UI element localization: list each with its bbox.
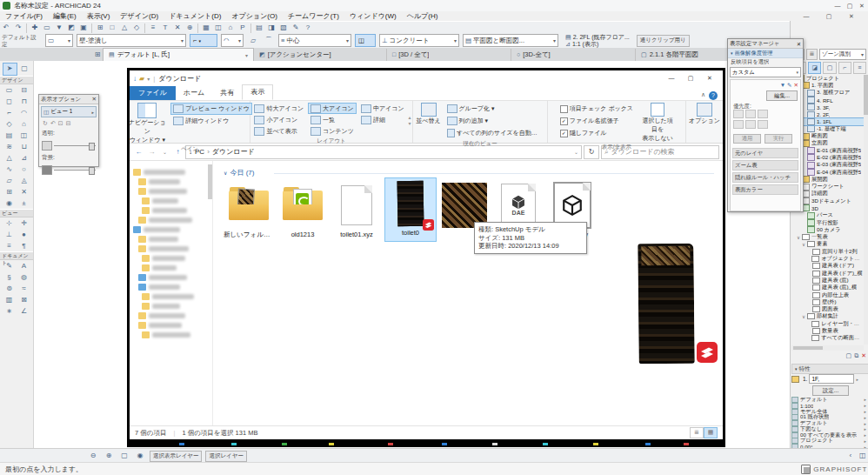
group-header-today[interactable]: ∨ 今日 (7) xyxy=(224,168,254,177)
quick-access-download-icon[interactable]: ↓ xyxy=(133,75,137,83)
properties-header[interactable]: ▾特性 xyxy=(791,364,868,374)
menu-edit[interactable]: 編集(E) xyxy=(48,11,82,21)
fill-icon[interactable]: ● xyxy=(17,229,30,240)
worksheet-icon[interactable]: ≈ xyxy=(17,283,30,294)
palette-lock-icon[interactable]: ⊟ xyxy=(66,120,71,127)
zoom-out-icon[interactable]: ⊖ xyxy=(87,451,99,461)
priority-option-icon[interactable] xyxy=(745,120,756,129)
run-button[interactable]: 実行 xyxy=(765,134,792,144)
hotspot-icon[interactable]: ◉ xyxy=(3,197,16,209)
scale-indicator[interactable]: ⊿1:1 (表示) xyxy=(565,41,630,48)
item-checkboxes-checkbox[interactable]: 項目チェック ボックス xyxy=(558,103,636,115)
group-by-button[interactable]: グループ化 ▾ xyxy=(444,103,545,115)
file-item-new-folder[interactable]: 新しいフォルダー (7) xyxy=(224,180,274,238)
navigation-pane-button[interactable]: ナビゲーションウィンドウ ▾ xyxy=(127,103,167,144)
toolbox-section-document[interactable]: ドキュメント xyxy=(0,251,33,260)
tab-list-icon[interactable]: ⊞ xyxy=(92,50,103,60)
section-tool-icon[interactable]: § xyxy=(3,271,16,283)
arc-method-combo[interactable]: ◠▾ xyxy=(221,34,244,47)
visible-layers-button[interactable]: 選択表示レイヤー xyxy=(150,451,202,462)
delete-icon[interactable]: ✕ xyxy=(171,23,184,33)
menu-teamwork[interactable]: チームワーク(T) xyxy=(283,11,344,21)
explorer-minimize-button[interactable]: — xyxy=(662,72,681,84)
forward-icon[interactable]: → xyxy=(146,148,157,156)
layout-medium-icons[interactable]: 中アイコン xyxy=(358,103,407,114)
large-icons-view-toggle-icon[interactable]: ▦ xyxy=(704,427,718,438)
edit-icon[interactable]: ✎ xyxy=(787,82,791,89)
marquee-icon[interactable]: □ xyxy=(106,23,118,33)
details-pane-button[interactable]: 詳細ウィンドウ xyxy=(170,115,251,127)
tab-3d-all[interactable]: □[3D / 全て] xyxy=(387,49,511,61)
hide-selected-button[interactable]: 選択した項目を表示しない xyxy=(639,103,676,143)
palette-rotate-icon[interactable]: ↶ xyxy=(50,120,56,127)
beam-icon[interactable]: ⌐ xyxy=(3,107,16,118)
navigator-hscrollbar[interactable] xyxy=(791,345,864,351)
toolbox-section-view[interactable]: ビュー xyxy=(0,209,33,217)
copy-item-icon[interactable]: ⧉ xyxy=(854,352,858,362)
tab-share[interactable]: 共有 xyxy=(212,86,242,100)
layout-details[interactable]: 詳細 xyxy=(358,114,407,125)
ribbon-collapse-icon[interactable]: ∧ xyxy=(698,90,709,100)
menu-document[interactable]: ドキュメント(D) xyxy=(164,11,226,21)
render-icon[interactable]: ▧ xyxy=(277,23,290,33)
chain-method-icon[interactable]: ⌒ xyxy=(263,36,275,46)
layout-scroll-icons[interactable]: ▴▾ xyxy=(409,114,411,126)
size-columns-button[interactable]: すべての列のサイズを自動的に変更する xyxy=(444,127,545,139)
tree-item[interactable]: すべての断面定義表 xyxy=(791,335,864,342)
dimension-icon[interactable]: ± xyxy=(17,197,30,209)
arrow-tool-icon[interactable]: ➤ xyxy=(3,63,17,76)
stair-icon[interactable]: ≋ xyxy=(3,141,16,152)
mesh-icon[interactable]: ∿ xyxy=(3,164,16,175)
home-icon[interactable]: ⌂ xyxy=(224,23,237,33)
zone-combo[interactable]: ゾーン識別▾ xyxy=(819,49,866,60)
marquee-tool-icon[interactable]: ▢ xyxy=(18,63,31,74)
new-item-icon[interactable]: ▢ xyxy=(846,352,852,362)
annotate-icon[interactable]: ✎ xyxy=(290,23,302,33)
delete-item-icon[interactable]: ✕ xyxy=(861,352,866,362)
zone-icon[interactable]: ○ xyxy=(17,164,30,175)
explorer-titlebar[interactable]: ↓ ▰ ▾ | ダウンロード — ▢ ✕ xyxy=(130,70,723,86)
nav-scrollbar[interactable] xyxy=(208,164,212,199)
help-icon[interactable]: ? xyxy=(709,91,718,100)
story-name-input[interactable] xyxy=(809,374,854,384)
level-dim-icon[interactable]: ⊹ xyxy=(3,217,16,229)
file-item-toilet01-xyz[interactable]: toilet01.xyz xyxy=(331,180,382,238)
story-indicator[interactable]: ▤2. 2FL (既存フロア... xyxy=(565,34,630,41)
file-list-area[interactable]: ∨ 今日 (7) 新しいフォルダー (7) old1213 xyxy=(213,161,723,425)
palette-view-combo[interactable]: ◫ビュー 1▸ xyxy=(41,106,97,117)
change-icon[interactable]: ⊠ xyxy=(17,294,30,305)
dialog-select-row[interactable]: 反映項目を選択 xyxy=(728,58,803,66)
morph-tool-icon[interactable]: ⊿ xyxy=(17,152,30,164)
object-tool-icon[interactable]: ▣ xyxy=(77,23,90,33)
add-icon[interactable]: ✚ xyxy=(29,23,41,33)
breadcrumb[interactable]: ↓ PC › ダウンロード ⌄ xyxy=(185,145,582,159)
roof-icon[interactable]: △ xyxy=(118,23,130,33)
settings-button[interactable]: 設定... xyxy=(812,385,849,396)
display-combo[interactable]: ▤平面図と断面図...▾ xyxy=(463,34,558,47)
tree-item[interactable]: ∨一覧表 xyxy=(791,234,864,241)
publisher-icon[interactable]: ≡ xyxy=(853,62,866,74)
menu-options[interactable]: オプション(O) xyxy=(226,11,283,21)
slab-tool-icon[interactable]: ◩ xyxy=(65,23,77,33)
options-button[interactable]: オプション xyxy=(689,103,720,125)
publish-icon[interactable]: P xyxy=(237,23,249,33)
elevation-tool-icon[interactable]: ◍ xyxy=(17,271,30,283)
polygon-method-icon[interactable]: ▱ xyxy=(247,36,259,46)
breadcrumb-folder[interactable]: ダウンロード xyxy=(212,147,255,157)
layers-icon[interactable]: ≡ xyxy=(147,23,159,33)
object-icon[interactable]: ▱ xyxy=(3,175,16,186)
refresh-icon[interactable]: ↻ xyxy=(584,145,599,159)
app-maximize-button[interactable]: ▢ xyxy=(844,1,856,10)
building-material-combo[interactable]: ⊥コンクリート▾ xyxy=(379,34,459,47)
palette-titlebar[interactable]: 表示オプション ✕ xyxy=(39,95,98,104)
background-slider[interactable] xyxy=(54,170,96,171)
railing-icon[interactable]: ⊔ xyxy=(17,141,30,152)
slab-icon[interactable]: ◇ xyxy=(3,118,16,130)
sort-by-button[interactable]: 並べ替え xyxy=(416,103,442,125)
morph-icon[interactable]: ◇ xyxy=(130,23,143,33)
remove-icon[interactable]: ✕ xyxy=(794,82,798,89)
menu-file[interactable]: ファイル(F) xyxy=(0,11,48,21)
skylight-icon[interactable]: ◫ xyxy=(17,130,30,141)
app-close-button[interactable]: ✕ xyxy=(856,1,868,10)
wall-icon[interactable]: ▭ xyxy=(3,84,16,96)
